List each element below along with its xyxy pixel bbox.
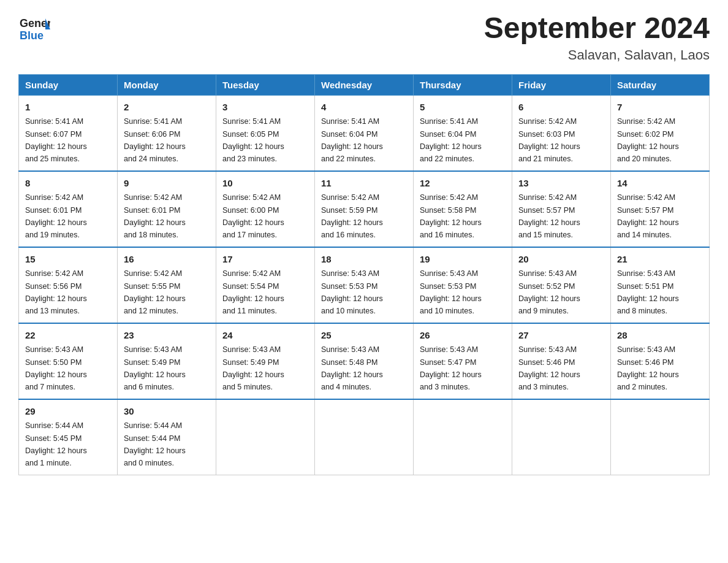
day-number: 14 [617, 177, 703, 191]
day-info: Sunrise: 5:43 AMSunset: 5:52 PMDaylight:… [518, 269, 580, 315]
day-info: Sunrise: 5:41 AMSunset: 6:07 PMDaylight:… [25, 117, 87, 163]
day-number: 24 [222, 329, 308, 343]
day-number: 27 [518, 329, 604, 343]
calendar-header-row: Sunday Monday Tuesday Wednesday Thursday… [19, 74, 710, 95]
day-number: 2 [124, 101, 210, 115]
day-number: 30 [124, 405, 210, 419]
day-info: Sunrise: 5:43 AMSunset: 5:50 PMDaylight:… [25, 345, 87, 391]
header-wednesday: Wednesday [315, 74, 414, 95]
table-row: 22 Sunrise: 5:43 AMSunset: 5:50 PMDaylig… [19, 323, 118, 399]
day-number: 6 [518, 101, 604, 115]
day-info: Sunrise: 5:42 AMSunset: 6:03 PMDaylight:… [518, 117, 580, 163]
day-number: 5 [420, 101, 506, 115]
calendar-title: September 2024 [484, 12, 710, 45]
header-thursday: Thursday [414, 74, 512, 95]
svg-text:Blue: Blue [20, 29, 44, 42]
day-number: 8 [25, 177, 111, 191]
title-block: September 2024 Salavan, Salavan, Laos [484, 12, 710, 63]
day-number: 29 [25, 405, 111, 419]
header-saturday: Saturday [611, 74, 710, 95]
table-row: 10 Sunrise: 5:42 AMSunset: 6:00 PMDaylig… [216, 171, 315, 247]
day-number: 11 [321, 177, 407, 191]
day-number: 16 [124, 253, 210, 267]
table-row: 7 Sunrise: 5:42 AMSunset: 6:02 PMDayligh… [611, 95, 710, 171]
day-info: Sunrise: 5:43 AMSunset: 5:49 PMDaylight:… [222, 345, 284, 391]
table-row: 30 Sunrise: 5:44 AMSunset: 5:44 PMDaylig… [118, 399, 216, 475]
day-info: Sunrise: 5:43 AMSunset: 5:48 PMDaylight:… [321, 345, 383, 391]
table-row: 8 Sunrise: 5:42 AMSunset: 6:01 PMDayligh… [19, 171, 118, 247]
page-header: General Blue September 2024 Salavan, Sal… [18, 12, 710, 63]
day-info: Sunrise: 5:42 AMSunset: 5:57 PMDaylight:… [617, 193, 679, 239]
day-info: Sunrise: 5:41 AMSunset: 6:06 PMDaylight:… [124, 117, 186, 163]
day-info: Sunrise: 5:42 AMSunset: 6:02 PMDaylight:… [617, 117, 679, 163]
calendar-body: 1 Sunrise: 5:41 AMSunset: 6:07 PMDayligh… [19, 95, 710, 475]
day-info: Sunrise: 5:43 AMSunset: 5:47 PMDaylight:… [420, 345, 482, 391]
day-info: Sunrise: 5:42 AMSunset: 5:55 PMDaylight:… [124, 269, 186, 315]
calendar-week-row: 1 Sunrise: 5:41 AMSunset: 6:07 PMDayligh… [19, 95, 710, 171]
day-info: Sunrise: 5:42 AMSunset: 6:01 PMDaylight:… [124, 193, 186, 239]
table-row: 16 Sunrise: 5:42 AMSunset: 5:55 PMDaylig… [118, 247, 216, 323]
header-monday: Monday [118, 74, 216, 95]
header-friday: Friday [512, 74, 611, 95]
table-row: 28 Sunrise: 5:43 AMSunset: 5:46 PMDaylig… [611, 323, 710, 399]
day-info: Sunrise: 5:43 AMSunset: 5:53 PMDaylight:… [321, 269, 383, 315]
day-number: 9 [124, 177, 210, 191]
day-info: Sunrise: 5:42 AMSunset: 6:01 PMDaylight:… [25, 193, 87, 239]
table-row: 15 Sunrise: 5:42 AMSunset: 5:56 PMDaylig… [19, 247, 118, 323]
day-number: 17 [222, 253, 308, 267]
calendar-week-row: 8 Sunrise: 5:42 AMSunset: 6:01 PMDayligh… [19, 171, 710, 247]
logo-icon: General Blue [18, 12, 50, 44]
day-info: Sunrise: 5:41 AMSunset: 6:05 PMDaylight:… [222, 117, 284, 163]
table-row: 11 Sunrise: 5:42 AMSunset: 5:59 PMDaylig… [315, 171, 414, 247]
day-number: 20 [518, 253, 604, 267]
day-number: 3 [222, 101, 308, 115]
table-row [611, 399, 710, 475]
day-number: 12 [420, 177, 506, 191]
day-info: Sunrise: 5:43 AMSunset: 5:53 PMDaylight:… [420, 269, 482, 315]
day-number: 21 [617, 253, 703, 267]
day-info: Sunrise: 5:43 AMSunset: 5:49 PMDaylight:… [124, 345, 186, 391]
day-number: 15 [25, 253, 111, 267]
table-row: 21 Sunrise: 5:43 AMSunset: 5:51 PMDaylig… [611, 247, 710, 323]
day-info: Sunrise: 5:41 AMSunset: 6:04 PMDaylight:… [420, 117, 482, 163]
table-row: 23 Sunrise: 5:43 AMSunset: 5:49 PMDaylig… [118, 323, 216, 399]
table-row: 2 Sunrise: 5:41 AMSunset: 6:06 PMDayligh… [118, 95, 216, 171]
day-number: 10 [222, 177, 308, 191]
day-info: Sunrise: 5:42 AMSunset: 5:58 PMDaylight:… [420, 193, 482, 239]
header-sunday: Sunday [19, 74, 118, 95]
table-row [414, 399, 512, 475]
table-row: 6 Sunrise: 5:42 AMSunset: 6:03 PMDayligh… [512, 95, 611, 171]
day-number: 25 [321, 329, 407, 343]
table-row: 1 Sunrise: 5:41 AMSunset: 6:07 PMDayligh… [19, 95, 118, 171]
day-info: Sunrise: 5:42 AMSunset: 5:57 PMDaylight:… [518, 193, 580, 239]
table-row: 14 Sunrise: 5:42 AMSunset: 5:57 PMDaylig… [611, 171, 710, 247]
table-row: 29 Sunrise: 5:44 AMSunset: 5:45 PMDaylig… [19, 399, 118, 475]
day-number: 26 [420, 329, 506, 343]
table-row: 4 Sunrise: 5:41 AMSunset: 6:04 PMDayligh… [315, 95, 414, 171]
day-number: 1 [25, 101, 111, 115]
header-tuesday: Tuesday [216, 74, 315, 95]
calendar-week-row: 22 Sunrise: 5:43 AMSunset: 5:50 PMDaylig… [19, 323, 710, 399]
table-row: 18 Sunrise: 5:43 AMSunset: 5:53 PMDaylig… [315, 247, 414, 323]
calendar-week-row: 15 Sunrise: 5:42 AMSunset: 5:56 PMDaylig… [19, 247, 710, 323]
table-row: 9 Sunrise: 5:42 AMSunset: 6:01 PMDayligh… [118, 171, 216, 247]
day-number: 22 [25, 329, 111, 343]
table-row: 25 Sunrise: 5:43 AMSunset: 5:48 PMDaylig… [315, 323, 414, 399]
table-row: 26 Sunrise: 5:43 AMSunset: 5:47 PMDaylig… [414, 323, 512, 399]
table-row [512, 399, 611, 475]
day-number: 19 [420, 253, 506, 267]
day-info: Sunrise: 5:42 AMSunset: 5:59 PMDaylight:… [321, 193, 383, 239]
calendar-table: Sunday Monday Tuesday Wednesday Thursday… [18, 74, 710, 475]
day-info: Sunrise: 5:43 AMSunset: 5:46 PMDaylight:… [518, 345, 580, 391]
table-row: 24 Sunrise: 5:43 AMSunset: 5:49 PMDaylig… [216, 323, 315, 399]
day-number: 13 [518, 177, 604, 191]
day-info: Sunrise: 5:42 AMSunset: 5:56 PMDaylight:… [25, 269, 87, 315]
day-number: 23 [124, 329, 210, 343]
day-number: 18 [321, 253, 407, 267]
table-row: 5 Sunrise: 5:41 AMSunset: 6:04 PMDayligh… [414, 95, 512, 171]
table-row: 20 Sunrise: 5:43 AMSunset: 5:52 PMDaylig… [512, 247, 611, 323]
table-row: 17 Sunrise: 5:42 AMSunset: 5:54 PMDaylig… [216, 247, 315, 323]
day-info: Sunrise: 5:44 AMSunset: 5:44 PMDaylight:… [124, 421, 186, 467]
logo: General Blue [18, 12, 50, 44]
table-row: 19 Sunrise: 5:43 AMSunset: 5:53 PMDaylig… [414, 247, 512, 323]
